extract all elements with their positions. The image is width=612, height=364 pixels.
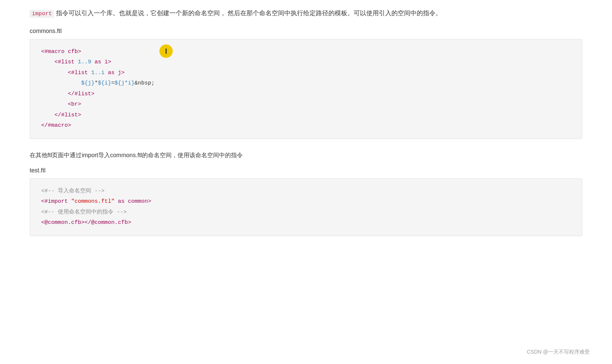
page-container: I import 指令可以引入一个库。也就是说，它创建一个新的命名空间， 然后在… — [0, 0, 612, 364]
test-code-line-2: <#import "commons.ftl" as common> — [41, 196, 571, 207]
code-line-3: <#list 1..i as j> — [41, 68, 571, 79]
list2-open-tag: <#list — [68, 70, 91, 76]
description-text: 在其他ftl页面中通过import导入commons.ftl的命名空间，使用该命… — [30, 150, 582, 161]
import-tag: <#import — [41, 198, 71, 205]
expr-nbsp: &nbsp; — [135, 80, 155, 86]
expr-mult1: * — [95, 80, 98, 86]
list2-as: as j> — [105, 70, 125, 76]
list2-range-start: 1..i — [91, 70, 105, 76]
code-line-4: ${j}*${i}=${j*i}&nbsp; — [41, 78, 571, 89]
test-code-line-1: <#-- 导入命名空间 --> — [41, 186, 571, 197]
list1-close-tag: </#list> — [54, 112, 81, 118]
list1-as: as i> — [91, 59, 111, 65]
test-code-line-4: <@common.cfb></@common.cfb> — [41, 218, 571, 228]
csdn-watermark: CSDN @一天不写程序难受 — [527, 348, 590, 357]
expr-i: ${i} — [98, 80, 111, 86]
code-line-5: </#list> — [41, 89, 571, 100]
test-ftl-label: test.ftl — [30, 165, 582, 175]
code-line-1: <#macro cfb> — [41, 47, 571, 57]
intro-text-after: 指令可以引入一个库。也就是说，它创建一个新的命名空间， 然后在那个命名空间中执行… — [54, 10, 442, 17]
code-line-6: <br> — [41, 99, 571, 110]
expr-ji: ${j*i} — [115, 80, 135, 86]
import-path: "commons.ftl" — [71, 198, 115, 205]
code-line-7: </#list> — [41, 110, 571, 121]
call-tag: <@common.cfb></@common.cfb> — [41, 219, 131, 226]
list1-open-tag: <#list — [54, 59, 78, 65]
import-inline-code: import — [30, 10, 54, 18]
code-line-2: <#list 1..9 as i> — [41, 57, 571, 68]
intro-paragraph: import 指令可以引入一个库。也就是说，它创建一个新的命名空间， 然后在那个… — [30, 7, 582, 19]
comment2: <#-- 使用命名空间中的指令 --> — [41, 209, 127, 215]
commons-ftl-code-block: <#macro cfb> <#list 1..9 as i> <#list 1.… — [30, 39, 582, 139]
code-line-8: </#macro> — [41, 120, 571, 131]
br-tag: <br> — [68, 101, 81, 107]
expr-j: ${j} — [81, 80, 95, 86]
import-as: as common> — [115, 198, 151, 205]
list1-range-start: 1..9 — [78, 59, 91, 65]
test-code-line-3: <#-- 使用命名空间中的指令 --> — [41, 207, 571, 218]
macro-close-tag: </#macro> — [41, 122, 71, 129]
commons-ftl-label: commons.ftl — [30, 26, 582, 36]
comment1: <#-- 导入命名空间 --> — [41, 188, 105, 194]
list2-close-tag: </#list> — [68, 91, 95, 97]
test-ftl-code-block: <#-- 导入命名空间 --> <#import "commons.ftl" a… — [30, 178, 582, 236]
expr-eq: = — [111, 80, 115, 86]
macro-open-tag: <#macro cfb> — [41, 49, 81, 55]
